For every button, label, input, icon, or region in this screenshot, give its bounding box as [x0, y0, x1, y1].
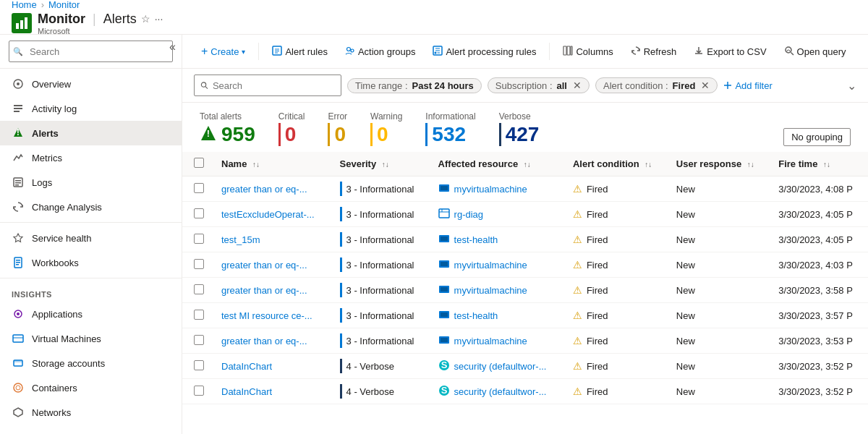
row-checkbox-0[interactable]: [194, 183, 204, 193]
more-icon[interactable]: ···: [155, 13, 163, 25]
row-name-link-5[interactable]: test MI resource ce-...: [221, 310, 312, 321]
sidebar-search-input[interactable]: [9, 41, 173, 62]
svg-rect-2: [25, 17, 27, 29]
response-header[interactable]: User response ↑↓: [668, 152, 770, 176]
row-checkbox-cell-3[interactable]: [182, 252, 213, 278]
filter-search[interactable]: [194, 75, 341, 96]
critical-bar: [278, 123, 281, 146]
columns-button[interactable]: Columns: [556, 41, 620, 62]
containers-icon: [12, 381, 25, 394]
warn-icon-5: ⚠: [573, 310, 582, 321]
row-checkbox-cell-1[interactable]: [182, 202, 213, 227]
row-checkbox-5[interactable]: [194, 310, 204, 320]
fire-time-header-label: Fire time: [778, 158, 817, 169]
row-checkbox-2[interactable]: [194, 234, 204, 244]
row-resource-link-1[interactable]: rg-diag: [438, 208, 556, 221]
sidebar-item-applications[interactable]: Applications: [0, 302, 182, 326]
sidebar-item-virtual-machines[interactable]: Virtual Machines: [0, 326, 182, 351]
export-csv-button[interactable]: Export to CSV: [686, 41, 773, 62]
alert-condition-filter-close[interactable]: ✕: [701, 80, 710, 91]
row-checkbox-1[interactable]: [194, 208, 204, 218]
row-condition-8: ⚠ Fired: [564, 379, 668, 404]
select-all-checkbox[interactable]: [194, 158, 204, 168]
row-name-link-2[interactable]: test_15m: [221, 234, 260, 245]
resource-sort-icon[interactable]: ↑↓: [524, 161, 531, 169]
row-name-link-8[interactable]: DataInChart: [221, 386, 272, 397]
name-header[interactable]: Name ↑↓: [213, 152, 331, 176]
collapse-btn[interactable]: «: [169, 41, 176, 54]
filter-search-input[interactable]: [213, 80, 335, 91]
row-name-link-1[interactable]: testEcxcludeOperat-...: [221, 209, 315, 220]
create-button[interactable]: + Create ▾: [194, 41, 252, 62]
toolbar-divider-1: [258, 43, 259, 60]
subscription-filter-close[interactable]: ✕: [573, 80, 582, 91]
stat-total-alerts: Total alerts ! 959: [200, 111, 255, 146]
row-resource-link-0[interactable]: myvirtualmachine: [438, 182, 556, 196]
row-checkbox-cell-5[interactable]: [182, 303, 213, 328]
warning-label: Warning: [370, 111, 402, 122]
sidebar-item-logs[interactable]: Logs: [0, 170, 182, 195]
sidebar-item-workbooks[interactable]: Workbooks: [0, 250, 182, 275]
sidebar-item-metrics[interactable]: Metrics: [0, 145, 182, 170]
row-name-link-7[interactable]: DataInChart: [221, 361, 272, 372]
select-all-header[interactable]: [182, 152, 213, 176]
fire-time-sort-icon[interactable]: ↑↓: [823, 161, 830, 169]
row-checkbox-cell-8[interactable]: [182, 379, 213, 404]
sidebar-item-alerts[interactable]: ! Alerts: [0, 121, 182, 145]
severity-sort-icon[interactable]: ↑↓: [382, 161, 389, 169]
row-name-link-4[interactable]: greater than or eq-...: [221, 285, 307, 296]
row-resource-link-6[interactable]: myvirtualmachine: [438, 334, 556, 348]
resource-header[interactable]: Affected resource ↑↓: [430, 152, 564, 176]
row-name-link-0[interactable]: greater than or eq-...: [221, 184, 307, 195]
breadcrumb-home[interactable]: Home: [12, 0, 37, 10]
sidebar-item-overview[interactable]: Overview: [0, 72, 182, 96]
row-checkbox-cell-2[interactable]: [182, 227, 213, 252]
no-grouping-button[interactable]: No grouping: [783, 128, 851, 146]
condition-header[interactable]: Alert condition ↑↓: [564, 152, 668, 176]
row-checkbox-7[interactable]: [194, 360, 204, 370]
action-groups-button[interactable]: Action groups: [338, 41, 423, 62]
row-resource-link-8[interactable]: S security (defaultwor-...: [438, 385, 556, 399]
row-name-link-6[interactable]: greater than or eq-...: [221, 336, 307, 346]
sidebar-item-change-analysis[interactable]: Change Analysis: [0, 195, 182, 219]
alert-rules-button[interactable]: Alert rules: [265, 41, 335, 62]
condition-sort-icon[interactable]: ↑↓: [644, 161, 652, 169]
row-resource-link-3[interactable]: myvirtualmachine: [438, 258, 556, 272]
svg-text:!: !: [17, 127, 20, 137]
open-query-button[interactable]: Open query: [777, 41, 854, 62]
row-checkbox-8[interactable]: [194, 386, 204, 396]
row-response-4: New: [668, 278, 770, 303]
row-resource-link-5[interactable]: test-health: [438, 309, 556, 323]
row-checkbox-cell-4[interactable]: [182, 278, 213, 303]
sidebar-item-activity-log[interactable]: Activity log: [0, 96, 182, 121]
name-sort-icon[interactable]: ↑↓: [252, 161, 260, 169]
response-sort-icon[interactable]: ↑↓: [747, 161, 754, 169]
row-checkbox-cell-0[interactable]: [182, 176, 213, 202]
refresh-button[interactable]: Refresh: [624, 41, 684, 62]
resource-name-4: myvirtualmachine: [454, 285, 527, 296]
severity-header[interactable]: Severity ↑↓: [331, 152, 430, 176]
add-filter-button[interactable]: Add filter: [723, 80, 772, 91]
row-checkbox-cell-7[interactable]: [182, 354, 213, 379]
row-name-link-3[interactable]: greater than or eq-...: [221, 260, 307, 271]
fire-time-header[interactable]: Fire time ↑↓: [770, 152, 868, 176]
row-checkbox-6[interactable]: [194, 335, 204, 345]
sidebar-item-service-health[interactable]: Service health: [0, 226, 182, 250]
sidebar-item-containers[interactable]: Containers: [0, 375, 182, 400]
filters-expand-icon[interactable]: ⌄: [847, 79, 856, 93]
sidebar-item-networks[interactable]: Networks: [0, 400, 182, 425]
row-resource-link-7[interactable]: S security (defaultwor-...: [438, 359, 556, 373]
row-checkbox-cell-6[interactable]: [182, 328, 213, 354]
sidebar-nav: Overview Activity log ! Alerts: [0, 69, 182, 434]
alert-processing-rules-button[interactable]: Alert processing rules: [425, 41, 543, 62]
row-resource-link-4[interactable]: myvirtualmachine: [438, 284, 556, 297]
row-checkbox-3[interactable]: [194, 259, 204, 269]
row-checkbox-4[interactable]: [194, 284, 204, 294]
row-resource-link-2[interactable]: test-health: [438, 233, 556, 247]
breadcrumb-monitor[interactable]: Monitor: [48, 0, 80, 10]
svg-point-24: [16, 386, 20, 390]
pin-icon[interactable]: ☆: [141, 13, 150, 25]
sidebar-item-storage-accounts[interactable]: Storage accounts: [0, 351, 182, 375]
resource-name-0: myvirtualmachine: [454, 184, 527, 195]
app-icon: [12, 13, 32, 33]
